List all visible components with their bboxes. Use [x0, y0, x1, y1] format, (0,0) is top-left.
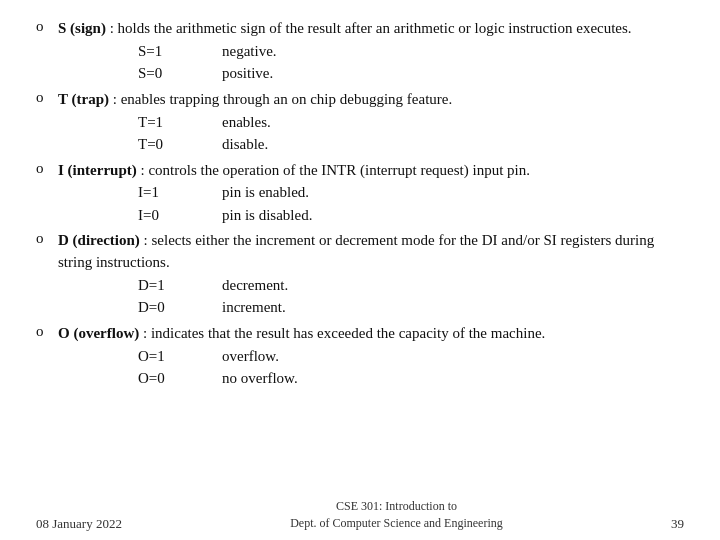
- bullet-d: oD (direction) : selects either the incr…: [36, 230, 684, 319]
- bullet-marker-s: o: [36, 18, 58, 35]
- footer-right: 39: [671, 516, 684, 532]
- indent-row-d-0: D=1decrement.: [138, 274, 684, 297]
- bullet-marker-i: o: [36, 160, 58, 177]
- indent-row-t-1: T=0disable.: [138, 133, 684, 156]
- code-label: I=0: [138, 204, 174, 227]
- code-desc: no overflow.: [222, 367, 298, 390]
- code-label: S=1: [138, 40, 174, 63]
- bullet-marker-d: o: [36, 230, 58, 247]
- code-desc: disable.: [222, 133, 268, 156]
- footer-center: CSE 301: Introduction to Dept. of Comput…: [122, 498, 671, 532]
- indent-block-t: T=1enables.T=0disable.: [138, 111, 684, 156]
- indent-block-i: I=1pin is enabled.I=0pin is disabled.: [138, 181, 684, 226]
- code-desc: pin is disabled.: [222, 204, 312, 227]
- bullet-intro-t: T (trap) : enables trapping through an o…: [58, 89, 684, 111]
- bullet-intro-o: O (overflow) : indicates that the result…: [58, 323, 684, 345]
- code-desc: enables.: [222, 111, 271, 134]
- code-desc: negative.: [222, 40, 277, 63]
- indent-block-d: D=1decrement.D=0increment.: [138, 274, 684, 319]
- bullet-o: oO (overflow) : indicates that the resul…: [36, 323, 684, 390]
- bullet-content-s: S (sign) : holds the arithmetic sign of …: [58, 18, 684, 85]
- indent-block-s: S=1negative.S=0positive.: [138, 40, 684, 85]
- indent-row-t-0: T=1enables.: [138, 111, 684, 134]
- indent-block-o: O=1overflow.O=0no overflow.: [138, 345, 684, 390]
- code-desc: decrement.: [222, 274, 288, 297]
- indent-row-s-0: S=1negative.: [138, 40, 684, 63]
- bullet-marker-o: o: [36, 323, 58, 340]
- bullet-intro-d: D (direction) : selects either the incre…: [58, 230, 684, 274]
- indent-row-d-1: D=0increment.: [138, 296, 684, 319]
- footer: 08 January 2022 CSE 301: Introduction to…: [0, 498, 720, 532]
- code-label: I=1: [138, 181, 174, 204]
- code-label: S=0: [138, 62, 174, 85]
- bullets-container: oS (sign) : holds the arithmetic sign of…: [36, 18, 684, 390]
- code-desc: increment.: [222, 296, 286, 319]
- bullet-intro-s: S (sign) : holds the arithmetic sign of …: [58, 18, 684, 40]
- indent-row-i-0: I=1pin is enabled.: [138, 181, 684, 204]
- bullet-content-t: T (trap) : enables trapping through an o…: [58, 89, 684, 156]
- indent-row-i-1: I=0pin is disabled.: [138, 204, 684, 227]
- code-label: D=0: [138, 296, 174, 319]
- bullet-content-i: I (interrupt) : controls the operation o…: [58, 160, 684, 227]
- bullet-marker-t: o: [36, 89, 58, 106]
- bullet-t: oT (trap) : enables trapping through an …: [36, 89, 684, 156]
- page: oS (sign) : holds the arithmetic sign of…: [0, 0, 720, 540]
- code-desc: overflow.: [222, 345, 279, 368]
- bullet-i: oI (interrupt) : controls the operation …: [36, 160, 684, 227]
- code-desc: pin is enabled.: [222, 181, 309, 204]
- indent-row-o-1: O=0no overflow.: [138, 367, 684, 390]
- code-label: D=1: [138, 274, 174, 297]
- footer-center-line2: Dept. of Computer Science and Engineerin…: [290, 516, 503, 530]
- code-label: O=0: [138, 367, 174, 390]
- footer-left: 08 January 2022: [36, 516, 122, 532]
- bullet-intro-i: I (interrupt) : controls the operation o…: [58, 160, 684, 182]
- code-label: T=0: [138, 133, 174, 156]
- indent-row-o-0: O=1overflow.: [138, 345, 684, 368]
- bullet-content-o: O (overflow) : indicates that the result…: [58, 323, 684, 390]
- code-desc: positive.: [222, 62, 273, 85]
- bullet-s: oS (sign) : holds the arithmetic sign of…: [36, 18, 684, 85]
- footer-center-line1: CSE 301: Introduction to: [336, 499, 457, 513]
- bullet-content-d: D (direction) : selects either the incre…: [58, 230, 684, 319]
- indent-row-s-1: S=0positive.: [138, 62, 684, 85]
- code-label: T=1: [138, 111, 174, 134]
- code-label: O=1: [138, 345, 174, 368]
